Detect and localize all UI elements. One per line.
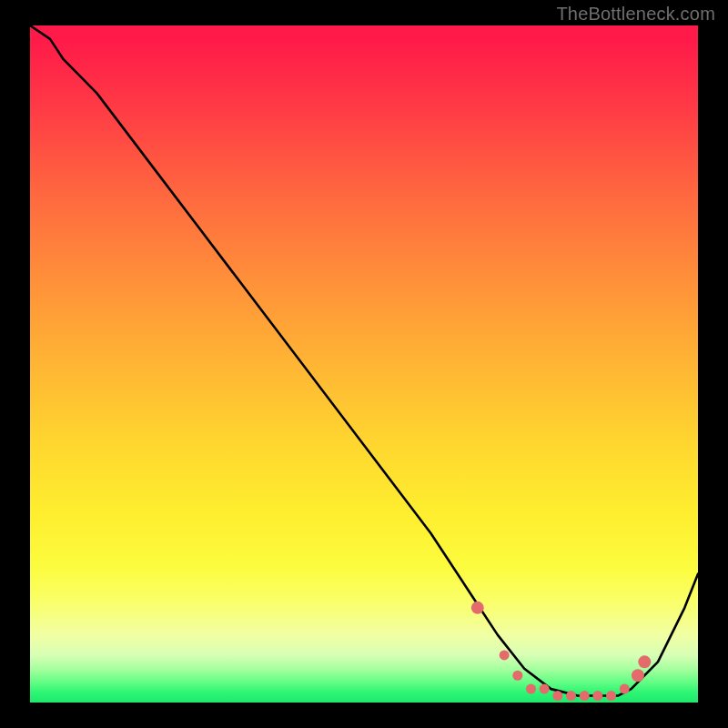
chart-container: TheBottleneck.com xyxy=(0,0,728,728)
highlight-dots xyxy=(471,602,652,701)
highlight-dot xyxy=(500,650,510,660)
attribution-label: TheBottleneck.com xyxy=(556,4,715,25)
highlight-dot xyxy=(620,684,630,694)
highlight-dot xyxy=(592,691,602,701)
highlight-dot xyxy=(632,669,644,682)
highlight-dot xyxy=(540,684,550,694)
highlight-dot xyxy=(471,602,484,614)
highlight-dot xyxy=(580,691,590,701)
highlight-dot xyxy=(526,684,536,694)
highlight-dot xyxy=(566,691,576,701)
highlight-dot xyxy=(512,671,522,681)
bottleneck-curve xyxy=(30,25,698,696)
highlight-dot xyxy=(552,691,562,701)
curve-group xyxy=(30,25,698,696)
highlight-dot xyxy=(606,691,616,701)
highlight-dot xyxy=(638,655,651,668)
chart-svg xyxy=(30,25,698,703)
plot-area xyxy=(30,25,698,703)
